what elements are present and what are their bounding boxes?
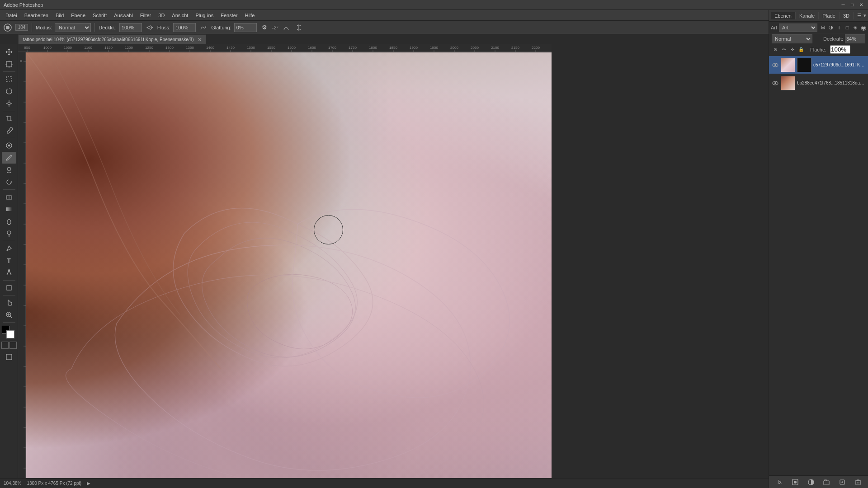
document-tab[interactable]: tattoo.psdc bei 104% (c571297906dcfd266a…: [18, 34, 206, 44]
layer-opacity-input[interactable]: [845, 34, 865, 43]
menu-schrift[interactable]: Schrift: [89, 12, 110, 19]
svg-point-24: [7, 231, 11, 235]
menu-fenster[interactable]: Fenster: [217, 12, 241, 19]
flow-input[interactable]: [173, 23, 196, 32]
brush-size-display[interactable]: 104: [15, 24, 28, 31]
symmetry-icon[interactable]: [294, 23, 304, 33]
pressure-icon[interactable]: [281, 23, 291, 33]
pen-tool[interactable]: [2, 243, 16, 254]
shape-filter-icon[interactable]: □: [844, 24, 851, 31]
smart-filter-icon[interactable]: ◈: [852, 24, 859, 31]
doc-close-button[interactable]: ✕: [198, 37, 202, 43]
crop-tool[interactable]: [2, 113, 16, 124]
smoothing-input[interactable]: [234, 23, 257, 32]
move-tool[interactable]: [2, 46, 16, 58]
history-brush-tool[interactable]: [2, 176, 16, 188]
lock-all-icon[interactable]: 🔒: [797, 46, 805, 53]
layer-item-2[interactable]: bb288ee471f768...18511318da1aad: [769, 74, 868, 92]
gradient-tool[interactable]: [2, 203, 16, 215]
background-color[interactable]: [6, 330, 14, 338]
settings-icon[interactable]: ⚙: [259, 23, 269, 33]
filter-type-select[interactable]: Art Name Effekt Modus Attribut: [779, 23, 817, 32]
shape-tool[interactable]: [2, 282, 16, 294]
smoothing-icon[interactable]: [198, 23, 208, 33]
tab-3d[interactable]: 3D: [840, 12, 854, 19]
adjust-filter-icon[interactable]: ◑: [827, 24, 835, 31]
lock-transparent-icon[interactable]: ⊘: [772, 46, 779, 53]
svg-text:1300: 1300: [165, 46, 174, 50]
layer-blend-mode-select[interactable]: Normal Aufhellen Abdunkeln Multipliziere…: [772, 34, 812, 43]
zoom-tool[interactable]: [2, 309, 16, 321]
hand-tool[interactable]: [2, 297, 16, 309]
eraser-tool[interactable]: [2, 191, 16, 203]
lasso-tool[interactable]: [2, 85, 16, 97]
menu-ansicht[interactable]: Ansicht: [168, 12, 192, 19]
layer-fx-button[interactable]: fx: [774, 477, 784, 487]
add-mask-button[interactable]: [790, 477, 800, 487]
menu-plugins[interactable]: Plug-ins: [192, 12, 217, 19]
window-controls: ─ □ ✕: [840, 2, 864, 8]
tab-kanaele[interactable]: Kanäle: [796, 12, 819, 19]
tab-ebenen[interactable]: Ebenen: [771, 12, 796, 19]
blend-mode-select[interactable]: Normal Aufhellen Abdunkeln Multipliziere…: [55, 23, 91, 32]
minimize-button[interactable]: ─: [840, 2, 846, 8]
dodge-tool[interactable]: [2, 228, 16, 239]
tool-separator8: [3, 322, 15, 323]
path-select-tool[interactable]: [2, 267, 16, 279]
menu-auswahl[interactable]: Auswahl: [110, 12, 137, 19]
svg-text:1500: 1500: [247, 46, 255, 50]
lock-position-icon[interactable]: ✛: [789, 46, 796, 53]
svg-rect-8: [6, 76, 12, 82]
add-layer-button[interactable]: [837, 477, 847, 487]
tab-pfade[interactable]: Pfade: [819, 12, 840, 19]
brush-tool-icon[interactable]: [3, 23, 13, 33]
svg-text:1600: 1600: [288, 46, 296, 50]
maximize-button[interactable]: □: [849, 2, 855, 8]
quickmask-mode[interactable]: [9, 342, 17, 349]
lock-pixels-icon[interactable]: ✏: [780, 46, 788, 53]
delete-layer-button[interactable]: [853, 477, 863, 487]
artboard-tool[interactable]: [2, 58, 16, 70]
menu-bearbeiten[interactable]: Bearbeiten: [21, 12, 52, 19]
add-group-button[interactable]: [821, 477, 831, 487]
layer-lock-icons: ⊘ ✏ ✛ 🔒: [772, 46, 805, 53]
svg-rect-119: [824, 481, 829, 485]
type-filter-icon[interactable]: T: [835, 24, 843, 31]
opacity-input[interactable]: [119, 23, 142, 32]
standard-mode[interactable]: [1, 342, 9, 349]
menu-bild[interactable]: Bild: [52, 12, 67, 19]
pixel-filter-icon[interactable]: ⊞: [819, 24, 826, 31]
menu-datei[interactable]: Datei: [2, 12, 21, 19]
marquee-tool[interactable]: [2, 73, 16, 85]
angle-display: -2°: [272, 25, 278, 30]
canvas-area[interactable]: [26, 52, 552, 482]
ruler-vertical: 0: [18, 52, 26, 488]
petal-lines: [26, 52, 552, 482]
eyedropper-tool[interactable]: [2, 125, 16, 136]
svg-point-27: [8, 269, 10, 271]
add-adjustment-button[interactable]: [806, 477, 816, 487]
svg-text:1800: 1800: [369, 46, 377, 50]
close-button[interactable]: ✕: [858, 2, 864, 8]
layer-item-1[interactable]: c571297906d...1691f Kopie: [769, 56, 868, 74]
airbrush-icon[interactable]: [145, 23, 155, 33]
menu-3d[interactable]: 3D: [155, 12, 168, 19]
wand-tool[interactable]: [2, 98, 16, 109]
filter-toggle-icon[interactable]: ◉: [861, 24, 866, 31]
panel-menu-icon[interactable]: ☰: [857, 13, 862, 19]
blur-tool[interactable]: [2, 216, 16, 227]
layer-fill-input[interactable]: [830, 45, 850, 54]
layer-visibility-1[interactable]: [772, 61, 779, 69]
menu-filter[interactable]: Filter: [137, 12, 155, 19]
menu-hilfe[interactable]: Hilfe: [241, 12, 258, 19]
clone-stamp-tool[interactable]: [2, 164, 16, 176]
separator2: [94, 23, 95, 32]
brush-tool[interactable]: [2, 152, 16, 164]
ruler-left-svg: 0: [18, 52, 26, 488]
spot-heal-tool[interactable]: [2, 140, 16, 151]
menu-ebene[interactable]: Ebene: [67, 12, 89, 19]
type-tool[interactable]: T: [2, 255, 16, 267]
panel-collapse-icon[interactable]: ▾: [863, 13, 866, 19]
layer-visibility-2[interactable]: [772, 80, 779, 87]
screen-mode-button[interactable]: [2, 351, 16, 363]
